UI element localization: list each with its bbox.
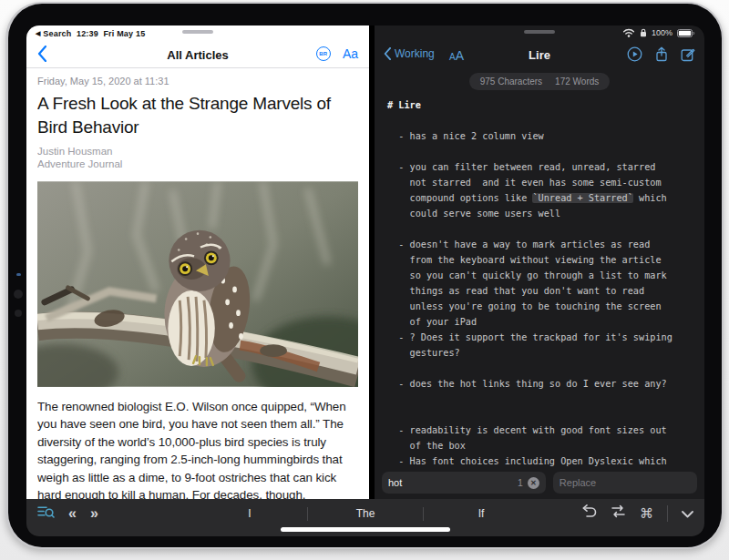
bionic-reading-label: BR xyxy=(319,51,327,56)
character-count: 975 Characters xyxy=(480,76,542,87)
find-button[interactable] xyxy=(37,505,55,523)
suggestion-3[interactable]: If xyxy=(424,507,539,520)
share-button[interactable] xyxy=(655,46,668,66)
text-editor[interactable]: # Lire - has a nice 2 column view - you … xyxy=(387,97,697,469)
share-icon xyxy=(655,46,668,62)
editor-line: so you can't quickly go through a list t… xyxy=(387,268,697,283)
article-source: Adventure Journal xyxy=(37,158,358,170)
home-indicator[interactable] xyxy=(281,527,450,532)
replace-field[interactable] xyxy=(553,472,697,494)
article-view: Friday, May 15, 2020 at 11:31 A Fresh Lo… xyxy=(37,69,358,499)
editor-line xyxy=(387,113,697,128)
find-replace-bar: 1 ✕ xyxy=(382,472,697,495)
editor-line xyxy=(387,392,697,407)
editor-pane: 100% Working AA Lire xyxy=(375,25,704,499)
editor-line: # Lire xyxy=(387,97,697,113)
document-stats: 975 Characters 172 Words xyxy=(375,73,704,90)
ipad-screen: ◀ Search 12:39 Fri May 15 All Articles B… xyxy=(26,25,704,536)
lire-reader-pane: ◀ Search 12:39 Fri May 15 All Articles B… xyxy=(26,25,369,499)
editor-line xyxy=(387,361,697,376)
article-date: Friday, May 15, 2020 at 11:31 xyxy=(37,76,358,87)
reader-nav-bar: All Articles BR Aa xyxy=(26,41,369,68)
editor-line: - Has font choices including Open Dyslex… xyxy=(387,453,697,469)
ambient-sensor xyxy=(15,310,22,317)
editor-line: - readability is decent with good font s… xyxy=(387,423,697,438)
split-view-grabber[interactable] xyxy=(182,30,213,34)
word-count: 172 Words xyxy=(555,76,599,87)
find-field[interactable]: 1 ✕ xyxy=(382,472,546,494)
undo-button[interactable] xyxy=(581,504,597,522)
ipad-body: ◀ Search 12:39 Fri May 15 All Articles B… xyxy=(5,2,724,549)
replace-input[interactable] xyxy=(560,477,691,488)
command-shortcuts-button[interactable]: ⌘ xyxy=(640,505,653,522)
front-camera xyxy=(14,290,23,299)
lock-icon xyxy=(640,28,647,37)
toolbar-divider xyxy=(667,505,668,522)
article-body: The renowned biologist E.O. Wilson once … xyxy=(37,398,358,499)
owl-photo xyxy=(37,181,358,387)
chevron-down-icon xyxy=(682,511,693,518)
previous-match-button[interactable]: « xyxy=(68,504,77,523)
editor-line: - ? Does it support the trackpad for it'… xyxy=(387,330,697,345)
find-replace-icon xyxy=(611,504,626,518)
editor-nav-bar: Working AA Lire xyxy=(375,44,704,67)
status-date: Fri May 15 xyxy=(103,29,145,38)
battery-icon xyxy=(677,29,695,37)
editor-line: things as read that you don't want to re… xyxy=(387,283,697,299)
editor-line: could serve some users well xyxy=(387,206,697,221)
text-settings-button[interactable]: Aa xyxy=(343,46,358,61)
editor-line: - has a nice 2 column view xyxy=(387,128,697,144)
undo-icon xyxy=(581,504,597,518)
editor-line: gestures? xyxy=(387,345,697,361)
compose-icon xyxy=(681,47,695,62)
editor-line: of your iPad xyxy=(387,314,697,330)
next-match-button[interactable]: » xyxy=(90,504,98,523)
dismiss-keyboard-button[interactable] xyxy=(682,505,693,522)
editor-line: from the keyboard without viewing the ar… xyxy=(387,252,697,268)
suggestion-1[interactable]: I xyxy=(192,507,307,520)
suggestion-2[interactable]: The xyxy=(308,507,423,520)
back-to-app-icon: ◀ xyxy=(36,30,41,36)
pencil-pair-indicator xyxy=(16,273,21,276)
editor-line: - doesn't have a way to mark articles as… xyxy=(387,237,697,252)
replace-toggle-button[interactable] xyxy=(611,504,626,522)
editor-line: - does the hot links thing so do I ever … xyxy=(387,376,697,392)
clear-search-button[interactable]: ✕ xyxy=(528,477,539,489)
bionic-reading-button[interactable]: BR xyxy=(316,46,331,61)
match-count: 1 xyxy=(518,477,523,488)
find-lines-icon xyxy=(37,505,55,519)
compose-button[interactable] xyxy=(681,47,695,66)
status-bar-right: 100% xyxy=(622,28,695,37)
editor-line: of the box xyxy=(387,438,697,453)
editor-line xyxy=(387,407,697,423)
editor-line-with-code: compound options like `Unread + Starred`… xyxy=(387,190,697,206)
editor-line xyxy=(387,144,697,159)
split-view-grabber[interactable] xyxy=(524,30,555,34)
editor-line xyxy=(387,221,697,237)
editor-line: not starred and it even has some semi-cu… xyxy=(387,175,697,190)
wifi-icon xyxy=(622,28,635,37)
battery-percent: 100% xyxy=(652,28,673,37)
article-author: Justin Housman xyxy=(37,145,358,158)
code-span: `Unread + Starred` xyxy=(532,193,632,203)
status-time: 12:39 xyxy=(77,29,98,38)
find-input[interactable] xyxy=(388,477,518,488)
editor-line: - you can filter between read, unread, s… xyxy=(387,159,697,175)
predictive-text-bar: I The If xyxy=(192,504,539,523)
status-back-app: Search xyxy=(43,29,71,38)
status-bar-left: ◀ Search 12:39 Fri May 15 xyxy=(36,29,145,38)
article-title: A Fresh Look at the Strange Marvels of B… xyxy=(37,92,358,139)
editor-line: unless you're going to be touching the s… xyxy=(387,299,697,314)
preview-button[interactable] xyxy=(627,46,642,66)
play-circle-icon xyxy=(627,46,642,62)
